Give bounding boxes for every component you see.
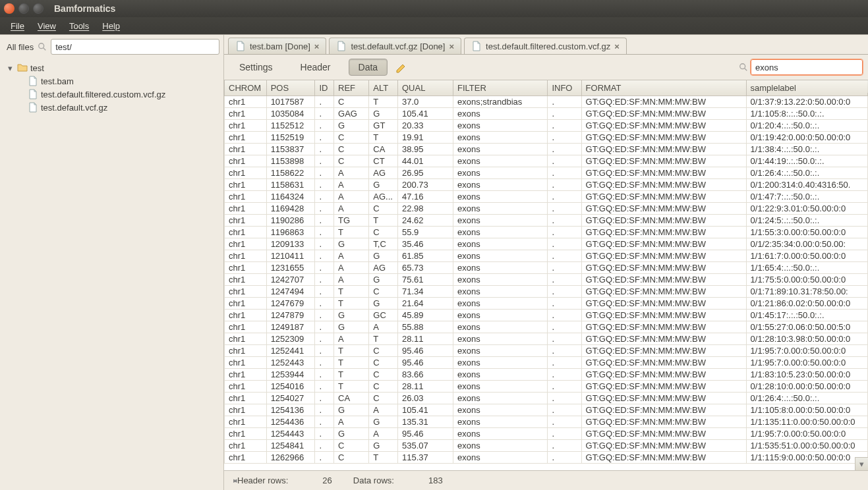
table-row[interactable]: chr11254443.GA95.46exons.GT:GQ:ED:SF:MN:… [225,428,868,440]
table-row[interactable]: chr11252443.TC95.46exons.GT:GQ:ED:SF:MN:… [225,357,868,369]
table-cell: GAG [334,108,369,120]
table-row[interactable]: chr11196863.TC55.9exons.GT:GQ:ED:SF:MN:M… [225,227,868,238]
table-cell: 1/1:95:7:0.00:0:50.00:0:0 [746,345,867,357]
table-row[interactable]: chr11017587.CT37.0exons;strandbias.GT:GQ… [225,96,868,108]
document-tab[interactable]: test.default.filtered.custom.vcf.gz× [464,38,627,54]
table-row[interactable]: chr11254027.CAC26.03exons.GT:GQ:ED:SF:MN… [225,393,868,404]
table-row[interactable]: chr11190286.TGT24.62exons.GT:GQ:ED:SF:MN… [225,215,868,227]
table-row[interactable]: chr11153898.CCT44.01exons.GT:GQ:ED:SF:MN… [225,155,868,167]
menu-tools[interactable]: Tools [64,19,94,33]
table-cell: chr1 [225,274,267,286]
table-row[interactable]: chr11158622.AAG26.95exons.GT:GQ:ED:SF:MN… [225,167,868,179]
column-header[interactable]: FORMAT [581,80,746,96]
tree-file[interactable]: test.bam [4,74,219,88]
window-maximize-button[interactable] [33,3,43,14]
table-row[interactable]: chr11252309.AT28.11exons.GT:GQ:ED:SF:MN:… [225,333,868,345]
tab-close-icon[interactable]: × [614,41,620,51]
edit-icon[interactable] [395,61,407,73]
table-cell: G [369,274,398,286]
window-minimize-button[interactable] [18,3,29,14]
sidebar-search-input[interactable] [51,39,219,55]
table-row[interactable]: chr11231655.AAG65.73exons.GT:GQ:ED:SF:MN… [225,262,868,274]
table-cell: . [548,120,581,132]
column-header[interactable]: ALT [369,80,398,96]
table-cell: 1254027 [266,393,315,404]
table-cell: 1152519 [266,132,315,144]
document-tab[interactable]: test.bam [Done]× [228,38,326,54]
scroll-down-button[interactable]: ▾ [855,457,868,470]
table-row[interactable]: chr11247494.TC71.34exons.GT:GQ:ED:SF:MN:… [225,286,868,298]
tab-header-button[interactable]: Header [291,59,341,76]
table-row[interactable]: chr11210411.AG61.85exons.GT:GQ:ED:SF:MN:… [225,250,868,262]
table-cell: 0/1:55:27:0.06:0:50.00:5:0 [746,321,867,333]
table-cell: . [315,381,334,393]
column-header[interactable]: CHROM [225,80,267,96]
table-cell: 0/1:200:314:0.40:4316:50. [746,179,867,191]
column-header[interactable]: FILTER [453,80,547,96]
table-row[interactable]: chr11254841.CG535.07exons.GT:GQ:ED:SF:MN… [225,440,868,452]
table-row[interactable]: chr11249187.GA55.88exons.GT:GQ:ED:SF:MN:… [225,321,868,333]
table-cell: 1247679 [266,298,315,310]
menu-help[interactable]: Help [97,19,125,33]
table-cell: 1210411 [266,250,315,262]
folder-icon [17,63,28,73]
table-cell: T [334,298,369,310]
twisty-icon[interactable]: ▾ [8,63,14,73]
table-row[interactable]: chr11247879.GGC45.89exons.GT:GQ:ED:SF:MN… [225,310,868,321]
table-row[interactable]: chr11254016.TC28.11exons.GT:GQ:ED:SF:MN:… [225,381,868,393]
column-header[interactable]: samplelabel [746,80,867,96]
table-cell: GT:GQ:ED:SF:MN:MM:MW:BW [581,286,746,298]
tab-close-icon[interactable]: × [314,41,320,51]
table-row[interactable]: chr11035084.GAGG105.41exons.GT:GQ:ED:SF:… [225,108,868,120]
table-row[interactable]: chr11158631.AG200.73exons.GT:GQ:ED:SF:MN… [225,179,868,191]
column-header[interactable]: POS [266,80,315,96]
tab-data-button[interactable]: Data [349,59,388,76]
tree-file[interactable]: test.default.vcf.gz [4,101,219,114]
table-row[interactable]: chr11253944.TC83.66exons.GT:GQ:ED:SF:MN:… [225,369,868,381]
table-cell: GT:GQ:ED:SF:MN:MM:MW:BW [581,404,746,416]
data-table-wrap[interactable]: ▴ ▾ CHROMPOSIDREFALTQUALFILTERINFOFORMAT… [224,80,868,470]
table-filter-input[interactable] [751,59,863,75]
table-cell: 95.46 [397,345,453,357]
table-cell: exons [453,345,547,357]
table-cell: . [548,262,581,274]
table-row[interactable]: chr11152519.CT19.91exons.GT:GQ:ED:SF:MN:… [225,132,868,144]
sidebar-label: All files [4,42,34,52]
document-tab[interactable]: test.default.vcf.gz [Done]× [329,38,461,54]
tree-file[interactable]: test.default.filtered.custom.vcf.gz [4,88,219,101]
table-cell: C [334,452,369,464]
table-row[interactable]: chr11153837.CCA38.95exons.GT:GQ:ED:SF:MN… [225,144,868,155]
table-row[interactable]: chr11252441.TC95.46exons.GT:GQ:ED:SF:MN:… [225,345,868,357]
table-cell: . [548,452,581,464]
table-row[interactable]: chr11262966.CT115.37exons.GT:GQ:ED:SF:MN… [225,452,868,464]
table-row[interactable]: chr11209133.GT,C35.46exons.GT:GQ:ED:SF:M… [225,238,868,250]
table-cell: G [369,250,398,262]
column-header[interactable]: QUAL [397,80,453,96]
table-cell: 1253944 [266,369,315,381]
table-header-row[interactable]: CHROMPOSIDREFALTQUALFILTERINFOFORMATsamp… [225,80,868,96]
table-cell: . [315,120,334,132]
menu-file[interactable]: File [5,19,30,33]
column-header[interactable]: INFO [548,80,581,96]
table-cell: chr1 [225,179,267,191]
table-cell: 1/1:105:8:0.00:0:50.00:0:0 [746,404,867,416]
table-row[interactable]: chr11247679.TG21.64exons.GT:GQ:ED:SF:MN:… [225,298,868,310]
table-row[interactable]: chr11254136.GA105.41exons.GT:GQ:ED:SF:MN… [225,404,868,416]
file-tree[interactable]: ▾ test test.bam test.default.filtered.cu… [0,59,223,490]
table-cell: 0/1:26:4:.:.:50.0:.:. [746,393,867,404]
table-row[interactable]: chr11242707.AG75.61exons.GT:GQ:ED:SF:MN:… [225,274,868,286]
table-row[interactable]: chr11164324.AAG...47.16exons.GT:GQ:ED:SF… [225,191,868,203]
table-cell: . [315,357,334,369]
table-row[interactable]: chr11254436.AG135.31exons.GT:GQ:ED:SF:MN… [225,416,868,428]
column-header[interactable]: REF [334,80,369,96]
table-cell: G [334,428,369,440]
table-row[interactable]: chr11152512.GGT20.33exons.GT:GQ:ED:SF:MN… [225,120,868,132]
table-row[interactable]: chr11169428.AC22.98exons.GT:GQ:ED:SF:MN:… [225,203,868,215]
tab-settings-button[interactable]: Settings [229,59,283,76]
tree-folder-root[interactable]: ▾ test [4,61,219,74]
window-close-button[interactable] [4,3,14,14]
menu-view[interactable]: View [32,19,61,33]
column-header[interactable]: ID [315,80,334,96]
svg-point-2 [740,64,745,69]
tab-close-icon[interactable]: × [449,41,454,51]
